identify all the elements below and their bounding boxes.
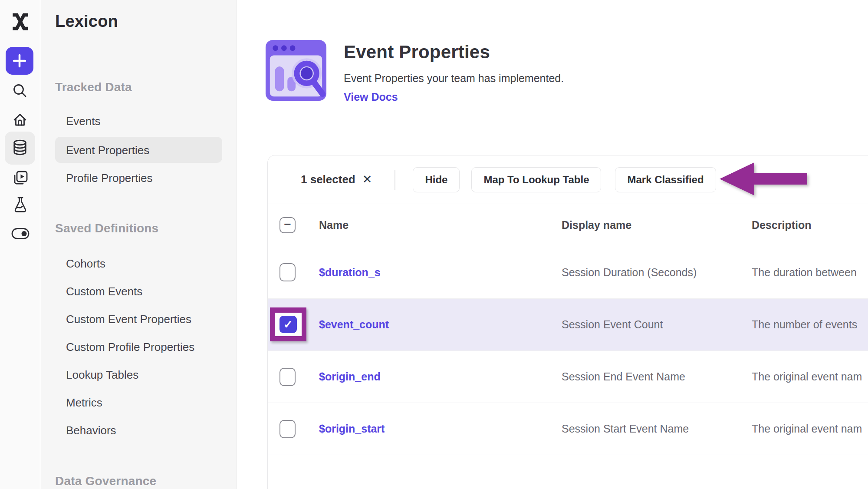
mixpanel-logo[interactable] — [10, 10, 31, 33]
clear-selection-close-icon[interactable]: ✕ — [362, 174, 372, 185]
section-tracked-data: Tracked Data — [55, 80, 132, 94]
rail-boards-button[interactable] — [11, 169, 30, 188]
sidebar-title: Lexicon — [55, 12, 118, 31]
toolbar-divider — [395, 170, 395, 190]
sidebar-item-metrics[interactable]: Metrics — [66, 396, 102, 410]
sidebar: Lexicon Tracked Data Events Event Proper… — [41, 0, 237, 489]
mixpanel-logo-icon — [10, 11, 31, 33]
property-name-link[interactable]: $event_count — [319, 318, 562, 331]
rail-flags-button[interactable] — [11, 227, 30, 241]
property-display-name: Session Duration (Seconds) — [562, 266, 752, 279]
home-icon — [11, 111, 29, 129]
rail-home-button[interactable] — [11, 111, 29, 129]
boards-icon — [11, 169, 30, 188]
hide-button[interactable]: Hide — [413, 167, 460, 192]
event-properties-illustration-icon — [264, 38, 328, 102]
main-content: Event Properties Event Properties your t… — [237, 0, 868, 489]
table-row: $origin_start Session Start Event Name T… — [268, 403, 868, 455]
rail-experiments-button[interactable] — [11, 195, 30, 215]
sidebar-item-behaviors[interactable]: Behaviors — [66, 424, 116, 437]
selected-count: 1 selected — [301, 173, 355, 186]
table-row: $origin_end Session End Event Name The o… — [268, 350, 868, 403]
plus-icon — [11, 52, 28, 69]
column-header-name: Name — [319, 219, 562, 231]
view-docs-link[interactable]: View Docs — [344, 91, 398, 103]
property-description: The original event nam — [752, 370, 868, 383]
annotation-checkbox-inner: ✓ — [275, 313, 302, 336]
toggle-icon — [11, 227, 30, 241]
event-properties-table-card: 1 selected ✕ Hide Map To Lookup Table Ma… — [267, 155, 868, 489]
selection-toolbar: 1 selected ✕ Hide Map To Lookup Table Ma… — [268, 155, 868, 204]
indeterminate-minus-icon: − — [284, 218, 291, 231]
page-header: Event Properties Event Properties your t… — [264, 38, 564, 103]
property-description: The duration between — [752, 266, 868, 279]
sidebar-item-profile-properties[interactable]: Profile Properties — [66, 172, 152, 185]
property-name-link[interactable]: $origin_start — [319, 423, 562, 435]
section-data-governance: Data Governance — [55, 474, 156, 488]
table-row-selected: $event_count Session Event Count The num… — [268, 298, 868, 350]
property-name-link[interactable]: $origin_end — [319, 370, 562, 383]
property-display-name: Session Event Count — [562, 318, 752, 331]
database-icon — [11, 139, 29, 158]
selection-summary: 1 selected ✕ — [301, 173, 372, 186]
select-all-checkbox[interactable]: − — [279, 217, 296, 233]
property-display-name: Session End Event Name — [562, 370, 752, 383]
sidebar-item-label: Event Properties — [66, 144, 149, 157]
rail-search-button[interactable] — [12, 83, 28, 99]
property-display-name: Session Start Event Name — [562, 423, 752, 435]
sidebar-item-cohorts[interactable]: Cohorts — [66, 257, 105, 271]
table-header-row: − Name Display name Description — [268, 204, 868, 246]
column-header-description: Description — [752, 219, 868, 231]
create-button[interactable] — [6, 47, 33, 75]
annotation-checkbox-highlight: ✓ — [270, 307, 306, 341]
row-checkbox[interactable] — [279, 420, 296, 438]
property-description: The original event nam — [752, 423, 868, 435]
table-row-empty — [268, 455, 868, 489]
check-icon: ✓ — [283, 319, 293, 330]
column-header-display-name: Display name — [562, 219, 752, 231]
sidebar-item-events[interactable]: Events — [66, 115, 101, 128]
sidebar-item-event-properties[interactable]: Event Properties — [55, 137, 222, 163]
page-subtitle: Event Properties your team has implement… — [344, 72, 564, 85]
table-row: $duration_s Session Duration (Seconds) T… — [268, 246, 868, 298]
flask-icon — [11, 195, 30, 215]
page-title: Event Properties — [344, 42, 564, 63]
row-checkbox-checked[interactable]: ✓ — [279, 316, 297, 333]
search-icon — [12, 83, 28, 99]
sidebar-item-custom-profile-properties[interactable]: Custom Profile Properties — [66, 340, 194, 354]
sidebar-item-custom-events[interactable]: Custom Events — [66, 285, 142, 298]
row-checkbox[interactable] — [279, 263, 296, 281]
rail-lexicon-button[interactable] — [5, 132, 35, 165]
map-to-lookup-table-button[interactable]: Map To Lookup Table — [471, 167, 601, 192]
sidebar-item-lookup-tables[interactable]: Lookup Tables — [66, 368, 138, 382]
mark-classified-button[interactable]: Mark Classified — [615, 167, 716, 192]
icon-rail — [0, 0, 40, 489]
sidebar-item-custom-event-properties[interactable]: Custom Event Properties — [66, 313, 191, 326]
section-saved-definitions: Saved Definitions — [55, 221, 158, 235]
row-checkbox[interactable] — [279, 368, 296, 386]
property-description: The number of events — [752, 318, 868, 331]
property-name-link[interactable]: $duration_s — [319, 266, 562, 279]
